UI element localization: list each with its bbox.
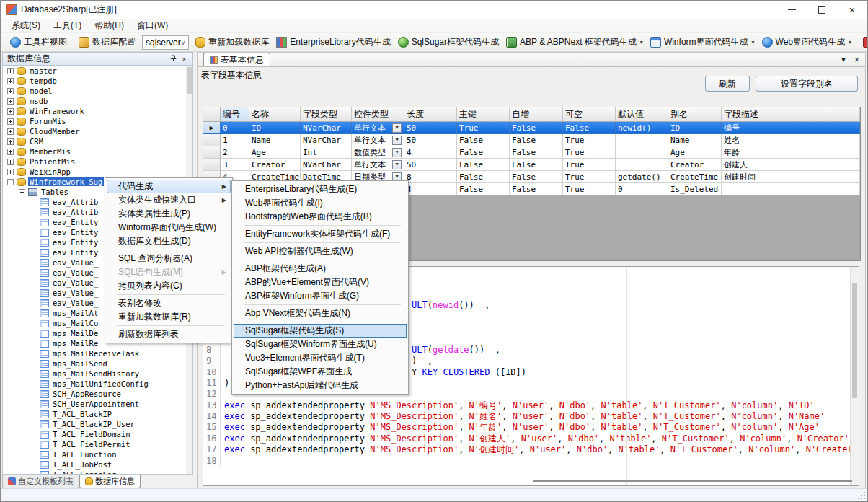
grid-cell[interactable]: 1 [221, 134, 249, 146]
tree-item[interactable]: T_ACL_BlackIP_User [3, 419, 192, 429]
grid-cell[interactable]: True [563, 183, 616, 195]
grid-cell[interactable]: NVarChar [301, 159, 352, 171]
grid-cell[interactable]: False [510, 171, 563, 183]
grid-cell[interactable]: 编号 [722, 122, 860, 134]
tree-item[interactable]: master [3, 66, 192, 76]
grid-column-header[interactable]: 别名 [668, 107, 722, 122]
grid-column-header[interactable]: 字段描述 [722, 107, 860, 122]
grid-cell[interactable]: ID [249, 122, 301, 134]
combo-dropdown-icon[interactable]: ▼ [392, 123, 402, 133]
grid-cell[interactable]: 单行文本▼ [352, 134, 404, 146]
panel-tab-template-list[interactable]: 自定义模板列表 [2, 475, 79, 488]
grid-cell[interactable]: Is_Deleted [668, 183, 722, 195]
grid-cell[interactable]: 0 [616, 183, 668, 195]
reload-db-button[interactable]: 重新加载数据库 [192, 35, 273, 50]
grid-cell[interactable]: NVarChar [301, 122, 352, 134]
menu-item[interactable]: Web API控制器代码生成(W) [234, 245, 407, 258]
grid-cell[interactable]: False [510, 183, 563, 195]
expand-icon[interactable] [7, 159, 14, 165]
dropdown-arrow-icon[interactable]: ▾ [752, 39, 755, 45]
menu-item[interactable]: Python+FastApi后端代码生成 [234, 379, 407, 392]
grid-cell[interactable] [616, 146, 668, 159]
grid-column-header[interactable]: 默认值 [616, 107, 668, 122]
menu-item[interactable]: ABP的Vue+Element界面代码(V) [234, 276, 407, 289]
menu-item[interactable]: ABP框架代码生成(A) [234, 262, 407, 276]
expand-icon[interactable] [7, 68, 14, 74]
menubar-item[interactable]: 窗口(W) [130, 18, 174, 33]
menu-item[interactable]: 重新加载数据库(R) [107, 310, 231, 324]
grid-cell[interactable]: ID [668, 122, 722, 134]
exit-button[interactable]: × 退出 [859, 35, 868, 50]
table-row[interactable]: 1NameNVarChar单行文本▼50FalseFalseTrueName姓名 [203, 134, 860, 146]
grid-cell[interactable]: 50 [404, 122, 457, 134]
grid-cell[interactable]: False [510, 122, 563, 134]
grid-column-header[interactable]: 自增 [510, 107, 563, 122]
grid-cell[interactable]: 50 [404, 159, 457, 171]
expand-icon[interactable] [7, 138, 14, 145]
tree-item[interactable]: T_ACL_JobPost [3, 459, 192, 470]
abp-gen-button[interactable]: ABP & ABPNext 框架代码生成 ▾ [502, 35, 647, 50]
grid-column-header[interactable]: 控件类型 [352, 107, 404, 122]
tree-item[interactable]: T_ACL_FieldDomain [3, 429, 192, 439]
expand-icon[interactable] [7, 169, 14, 175]
expand-icon[interactable] [7, 149, 14, 155]
menu-item[interactable]: Abp VNext框架代码生成(N) [234, 307, 407, 320]
db-config-button[interactable]: 数据库配置 [75, 35, 139, 50]
resize-grip[interactable] [857, 491, 866, 500]
tree-item[interactable]: PatientMis [3, 157, 192, 167]
row-header[interactable] [203, 134, 221, 146]
pin-icon[interactable] [168, 55, 179, 63]
grid-cell[interactable] [616, 134, 668, 146]
grid-cell[interactable]: False [457, 159, 510, 171]
code-scrollbar[interactable] [850, 267, 859, 485]
menubar-item[interactable]: 帮助(H) [88, 18, 130, 33]
dropdown-arrow-icon[interactable]: ▾ [849, 39, 851, 45]
tree-item[interactable]: msdb [3, 96, 192, 106]
maximize-button[interactable] [807, 1, 837, 19]
grid-cell[interactable]: 数值类型▼ [352, 146, 404, 159]
menu-item[interactable]: 表别名修改 [107, 296, 231, 310]
grid-cell[interactable]: getdate() [616, 171, 668, 183]
grid-cell[interactable]: False [457, 183, 510, 195]
expand-icon[interactable] [7, 98, 14, 105]
panel-tab-database-info[interactable]: 数据库信息 [79, 475, 141, 488]
row-header[interactable]: ▶ [203, 122, 221, 134]
grid-cell[interactable]: 3 [221, 159, 249, 171]
grid-cell[interactable]: Creator [668, 159, 722, 171]
enterpriselibrary-gen-button[interactable]: EnterpriseLibrary代码生成 [273, 35, 394, 50]
tree-item[interactable]: T_ACL_LoginLog [3, 470, 192, 475]
grid-column-header[interactable]: 主键 [457, 107, 510, 122]
grid-column-header[interactable]: 字段类型 [301, 107, 352, 122]
combo-dropdown-icon[interactable]: ▼ [392, 136, 402, 145]
menu-item[interactable]: Bootstrap的Web界面代码生成(B) [234, 210, 407, 224]
grid-cell[interactable]: True [563, 171, 616, 183]
grid-cell[interactable]: 8 [404, 171, 457, 183]
menu-item[interactable]: Winform界面代码生成(W) [107, 221, 231, 234]
grid-cell[interactable]: Name [668, 134, 722, 146]
grid-cell[interactable]: False [457, 134, 510, 146]
menu-item[interactable]: Web界面代码生成(I) [234, 196, 407, 210]
tree-item[interactable]: model [3, 86, 192, 96]
grid-cell[interactable]: Age [249, 146, 301, 159]
tab-table-basic-info[interactable]: 表基本信息 [203, 53, 270, 66]
set-field-alias-button[interactable]: 设置字段别名 [756, 76, 858, 92]
menubar-item[interactable]: 系统(S) [5, 18, 47, 33]
grid-cell[interactable]: False [510, 146, 563, 159]
menu-item[interactable]: 实体类生成快速入口▶ [107, 193, 231, 207]
tree-item[interactable]: T_ACL_FieldPermit [3, 439, 192, 449]
grid-column-header[interactable]: 可空 [563, 107, 616, 122]
grid-cell[interactable]: True [457, 122, 510, 134]
grid-column-header[interactable]: 名称 [249, 107, 301, 122]
collapse-icon[interactable] [7, 179, 14, 185]
grid-cell[interactable]: False [457, 171, 510, 183]
grid-cell[interactable]: True [563, 146, 616, 159]
grid-cell[interactable] [616, 159, 668, 171]
row-header[interactable] [203, 159, 221, 171]
menu-item[interactable]: ABP框架Winform界面生成(G) [234, 289, 407, 303]
grid-cell[interactable]: True [563, 134, 616, 146]
collapse-icon[interactable] [19, 189, 25, 195]
tree-item[interactable]: CRM [3, 136, 192, 146]
grid-cell[interactable]: newid() [616, 122, 668, 134]
row-header[interactable] [203, 146, 221, 159]
expand-icon[interactable] [7, 78, 14, 84]
